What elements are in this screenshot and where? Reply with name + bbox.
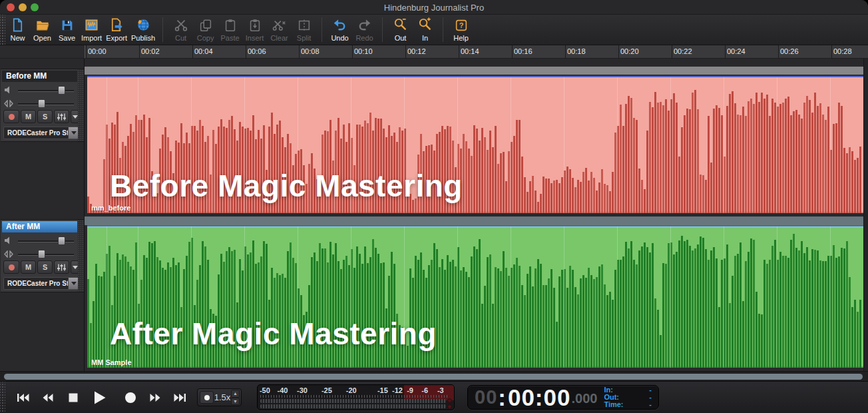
input-device-select[interactable]: RODECaster Pro St... [3,127,79,139]
toolbar-drag-handle[interactable] [0,15,5,45]
publish-globe-icon [136,17,151,33]
track-buttons: M S [3,260,79,274]
device-dropdown-button[interactable] [68,278,79,289]
mixer-button[interactable] [54,110,69,123]
input-device-select[interactable]: RODECaster Pro St... [3,277,79,290]
mute-button[interactable]: M [21,260,36,274]
split-button[interactable]: Split [292,15,316,45]
horizontal-scrollbar-thumb[interactable] [4,374,863,380]
go-to-end-button[interactable] [170,390,190,406]
insert-clipboard-icon [248,17,262,33]
go-to-start-button[interactable] [13,390,33,406]
pan-slider-thumb[interactable] [38,99,45,108]
save-button[interactable]: Save [55,15,79,45]
mute-button[interactable]: M [21,110,36,123]
export-arrow-icon [109,17,124,33]
playback-speed-control: 1.5x ▲ ▼ [197,388,242,406]
panel-resize-grip[interactable] [78,220,84,292]
meter-scale-label: -25 [322,386,332,394]
mixer-button[interactable] [54,260,69,274]
magnifier-plus-icon [417,17,433,33]
meter-scale-label: -12 [392,386,403,394]
speed-stepper: ▲ ▼ [231,390,240,405]
stop-button[interactable] [63,390,83,406]
clip-indicator [447,404,452,409]
mixer-icon [57,113,67,121]
time-main: 00:00 [508,384,571,411]
transport-drag-handle[interactable] [0,382,5,413]
copy-button[interactable]: Copy [193,15,218,45]
meter-scale-label: -50 [260,386,270,394]
pan-slider-thumb[interactable] [38,250,45,258]
ruler-tick: 00:06 [248,47,266,55]
open-button[interactable]: Open [30,15,55,45]
record-arm-button[interactable] [3,260,19,274]
play-button[interactable] [90,390,110,406]
solo-button[interactable]: S [37,110,53,123]
publish-button[interactable]: Publish [129,15,157,45]
meter-scale-label: -6 [421,386,428,394]
meter-led-row [260,404,446,408]
record-arm-button[interactable] [3,110,19,123]
track-name-before[interactable]: Before MM [2,71,77,82]
speed-down-button[interactable]: ▼ [231,398,240,406]
volume-slider[interactable] [18,240,74,242]
track-name-after[interactable]: After MM [2,221,77,232]
dot-icon [204,395,210,400]
skip-to-end-icon [173,392,186,403]
record-button[interactable] [120,390,140,406]
chevron-down-icon [73,115,78,119]
device-dropdown-button[interactable] [68,127,79,139]
track-panel-after: After MM M S RODECaster Pro St... [1,219,84,292]
new-button[interactable]: New [5,15,30,45]
export-button[interactable]: Export [104,15,129,45]
pan-icon [4,250,13,258]
track-panel-sidebar: Before MM M S RODECaster Pro St... After… [0,59,85,371]
meter-scale-label: -9 [407,386,413,394]
import-button[interactable]: Import [79,15,104,45]
speed-up-button[interactable]: ▲ [231,390,240,398]
fast-forward-button[interactable] [145,390,165,406]
zoom-in-button[interactable]: In [413,15,437,45]
ruler-corner [0,45,85,59]
volume-slider-thumb[interactable] [58,86,65,95]
meter-scale-label: -15 [377,386,388,394]
fast-forward-icon [149,392,161,403]
level-meter: -50 -40 -30 -25 -20 -15 -12 -9 -6 -3 [257,384,455,410]
pan-slider[interactable] [18,103,74,105]
horizontal-scrollbar[interactable] [0,371,868,381]
timeline-ruler[interactable]: 00:00 00:02 00:04 00:06 00:08 00:10 00:1… [85,45,868,59]
paste-button[interactable]: Paste [218,15,242,45]
pan-icon [4,100,13,107]
redo-button[interactable]: Redo [352,15,377,45]
paste-clipboard-icon [223,17,238,33]
meter-scale-label: -20 [346,386,357,394]
in-out-time-box: In:- Out:- Time:- [604,386,652,408]
help-button[interactable]: ? Help [449,15,473,45]
solo-button[interactable]: S [37,260,53,274]
stop-icon [69,393,78,402]
mixer-icon [57,263,67,272]
meter-fine-ticks [260,395,447,398]
pan-slider[interactable] [18,254,74,256]
redo-icon [357,17,372,33]
ruler-tick: 00:22 [674,47,692,55]
volume-slider-thumb[interactable] [58,236,65,245]
undo-button[interactable]: Undo [327,15,352,45]
cut-button[interactable]: Cut [168,15,193,45]
insert-button[interactable]: Insert [242,15,267,45]
ruler-tick: 00:08 [301,47,320,55]
zoom-out-button[interactable]: Out [388,15,413,45]
time-value: - [649,401,652,408]
rewind-button[interactable] [38,390,58,406]
timeline-area[interactable]: Before Magic Mastering mm_before After M… [85,59,868,371]
volume-slider[interactable] [18,90,74,92]
speed-record-toggle[interactable] [200,391,214,404]
clip-before[interactable]: Before Magic Mastering mm_before [87,76,864,213]
clear-button[interactable]: Clear [267,15,292,45]
panel-resize-grip[interactable] [78,69,84,141]
clip-after[interactable]: After Magic Mastering MM Sample [87,225,864,368]
vertical-scrollbar[interactable] [863,59,868,371]
time-millis: .000 [571,391,597,406]
clip-indicator [447,398,452,403]
